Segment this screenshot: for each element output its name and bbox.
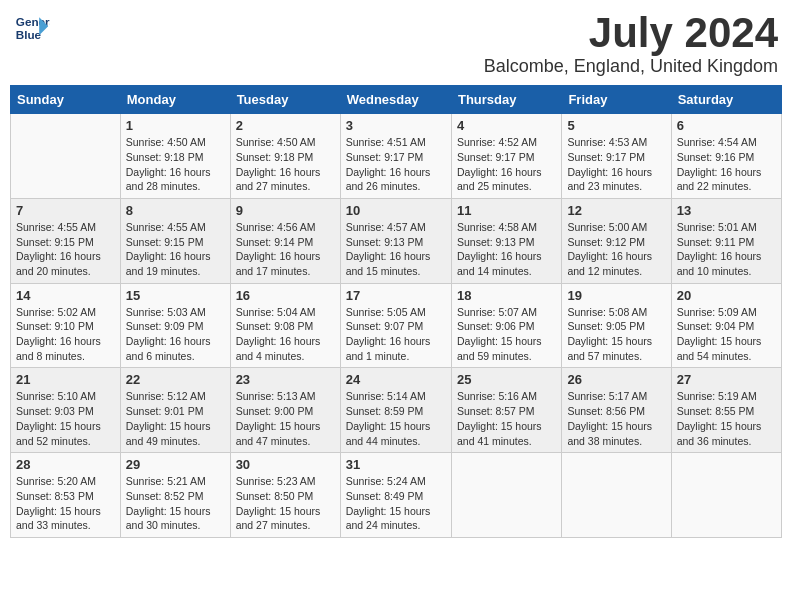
day-number: 23 [236,372,335,387]
day-info: Sunrise: 4:51 AM Sunset: 9:17 PM Dayligh… [346,135,446,194]
day-info: Sunrise: 4:53 AM Sunset: 9:17 PM Dayligh… [567,135,665,194]
week-row-2: 7Sunrise: 4:55 AM Sunset: 9:15 PM Daylig… [11,198,782,283]
day-cell-16: 16Sunrise: 5:04 AM Sunset: 9:08 PM Dayli… [230,283,340,368]
day-info: Sunrise: 4:55 AM Sunset: 9:15 PM Dayligh… [16,220,115,279]
day-cell-23: 23Sunrise: 5:13 AM Sunset: 9:00 PM Dayli… [230,368,340,453]
day-cell-21: 21Sunrise: 5:10 AM Sunset: 9:03 PM Dayli… [11,368,121,453]
day-cell-13: 13Sunrise: 5:01 AM Sunset: 9:11 PM Dayli… [671,198,781,283]
day-info: Sunrise: 5:21 AM Sunset: 8:52 PM Dayligh… [126,474,225,533]
day-info: Sunrise: 5:00 AM Sunset: 9:12 PM Dayligh… [567,220,665,279]
day-number: 27 [677,372,776,387]
day-number: 6 [677,118,776,133]
day-info: Sunrise: 4:57 AM Sunset: 9:13 PM Dayligh… [346,220,446,279]
day-number: 30 [236,457,335,472]
day-number: 24 [346,372,446,387]
day-info: Sunrise: 4:50 AM Sunset: 9:18 PM Dayligh… [126,135,225,194]
day-cell-10: 10Sunrise: 4:57 AM Sunset: 9:13 PM Dayli… [340,198,451,283]
day-number: 3 [346,118,446,133]
day-number: 25 [457,372,556,387]
day-cell-17: 17Sunrise: 5:05 AM Sunset: 9:07 PM Dayli… [340,283,451,368]
day-cell-29: 29Sunrise: 5:21 AM Sunset: 8:52 PM Dayli… [120,453,230,538]
day-info: Sunrise: 4:50 AM Sunset: 9:18 PM Dayligh… [236,135,335,194]
day-cell-22: 22Sunrise: 5:12 AM Sunset: 9:01 PM Dayli… [120,368,230,453]
day-info: Sunrise: 4:58 AM Sunset: 9:13 PM Dayligh… [457,220,556,279]
weekday-header-thursday: Thursday [451,86,561,114]
week-row-1: 1Sunrise: 4:50 AM Sunset: 9:18 PM Daylig… [11,114,782,199]
day-info: Sunrise: 5:19 AM Sunset: 8:55 PM Dayligh… [677,389,776,448]
day-info: Sunrise: 5:23 AM Sunset: 8:50 PM Dayligh… [236,474,335,533]
svg-text:Blue: Blue [16,28,42,41]
day-number: 5 [567,118,665,133]
day-cell-24: 24Sunrise: 5:14 AM Sunset: 8:59 PM Dayli… [340,368,451,453]
logo-icon: General Blue [14,10,50,46]
title-area: July 2024 Balcombe, England, United King… [484,10,778,77]
day-number: 13 [677,203,776,218]
day-cell-8: 8Sunrise: 4:55 AM Sunset: 9:15 PM Daylig… [120,198,230,283]
day-info: Sunrise: 5:10 AM Sunset: 9:03 PM Dayligh… [16,389,115,448]
location-title: Balcombe, England, United Kingdom [484,56,778,77]
day-cell-28: 28Sunrise: 5:20 AM Sunset: 8:53 PM Dayli… [11,453,121,538]
day-info: Sunrise: 5:03 AM Sunset: 9:09 PM Dayligh… [126,305,225,364]
day-number: 8 [126,203,225,218]
day-cell-3: 3Sunrise: 4:51 AM Sunset: 9:17 PM Daylig… [340,114,451,199]
empty-cell [451,453,561,538]
day-number: 19 [567,288,665,303]
day-info: Sunrise: 5:04 AM Sunset: 9:08 PM Dayligh… [236,305,335,364]
day-cell-31: 31Sunrise: 5:24 AM Sunset: 8:49 PM Dayli… [340,453,451,538]
weekday-header-saturday: Saturday [671,86,781,114]
empty-cell [671,453,781,538]
day-info: Sunrise: 5:17 AM Sunset: 8:56 PM Dayligh… [567,389,665,448]
day-info: Sunrise: 5:14 AM Sunset: 8:59 PM Dayligh… [346,389,446,448]
calendar-table: SundayMondayTuesdayWednesdayThursdayFrid… [10,85,782,538]
day-number: 7 [16,203,115,218]
weekday-header-sunday: Sunday [11,86,121,114]
day-info: Sunrise: 5:12 AM Sunset: 9:01 PM Dayligh… [126,389,225,448]
day-info: Sunrise: 5:16 AM Sunset: 8:57 PM Dayligh… [457,389,556,448]
day-cell-6: 6Sunrise: 4:54 AM Sunset: 9:16 PM Daylig… [671,114,781,199]
day-info: Sunrise: 5:01 AM Sunset: 9:11 PM Dayligh… [677,220,776,279]
day-info: Sunrise: 5:24 AM Sunset: 8:49 PM Dayligh… [346,474,446,533]
day-cell-2: 2Sunrise: 4:50 AM Sunset: 9:18 PM Daylig… [230,114,340,199]
day-number: 18 [457,288,556,303]
day-info: Sunrise: 5:20 AM Sunset: 8:53 PM Dayligh… [16,474,115,533]
day-number: 22 [126,372,225,387]
day-cell-27: 27Sunrise: 5:19 AM Sunset: 8:55 PM Dayli… [671,368,781,453]
day-number: 29 [126,457,225,472]
day-cell-1: 1Sunrise: 4:50 AM Sunset: 9:18 PM Daylig… [120,114,230,199]
day-cell-18: 18Sunrise: 5:07 AM Sunset: 9:06 PM Dayli… [451,283,561,368]
day-number: 11 [457,203,556,218]
day-cell-4: 4Sunrise: 4:52 AM Sunset: 9:17 PM Daylig… [451,114,561,199]
day-number: 26 [567,372,665,387]
day-cell-9: 9Sunrise: 4:56 AM Sunset: 9:14 PM Daylig… [230,198,340,283]
weekday-header-row: SundayMondayTuesdayWednesdayThursdayFrid… [11,86,782,114]
day-cell-15: 15Sunrise: 5:03 AM Sunset: 9:09 PM Dayli… [120,283,230,368]
day-cell-26: 26Sunrise: 5:17 AM Sunset: 8:56 PM Dayli… [562,368,671,453]
day-cell-19: 19Sunrise: 5:08 AM Sunset: 9:05 PM Dayli… [562,283,671,368]
day-number: 1 [126,118,225,133]
day-info: Sunrise: 4:52 AM Sunset: 9:17 PM Dayligh… [457,135,556,194]
header: General Blue July 2024 Balcombe, England… [10,10,782,77]
day-info: Sunrise: 5:05 AM Sunset: 9:07 PM Dayligh… [346,305,446,364]
day-cell-20: 20Sunrise: 5:09 AM Sunset: 9:04 PM Dayli… [671,283,781,368]
day-info: Sunrise: 4:56 AM Sunset: 9:14 PM Dayligh… [236,220,335,279]
day-number: 31 [346,457,446,472]
week-row-4: 21Sunrise: 5:10 AM Sunset: 9:03 PM Dayli… [11,368,782,453]
day-cell-12: 12Sunrise: 5:00 AM Sunset: 9:12 PM Dayli… [562,198,671,283]
day-info: Sunrise: 5:08 AM Sunset: 9:05 PM Dayligh… [567,305,665,364]
day-info: Sunrise: 5:09 AM Sunset: 9:04 PM Dayligh… [677,305,776,364]
day-number: 10 [346,203,446,218]
day-number: 4 [457,118,556,133]
day-cell-25: 25Sunrise: 5:16 AM Sunset: 8:57 PM Dayli… [451,368,561,453]
week-row-3: 14Sunrise: 5:02 AM Sunset: 9:10 PM Dayli… [11,283,782,368]
day-cell-7: 7Sunrise: 4:55 AM Sunset: 9:15 PM Daylig… [11,198,121,283]
day-number: 17 [346,288,446,303]
day-info: Sunrise: 4:54 AM Sunset: 9:16 PM Dayligh… [677,135,776,194]
weekday-header-monday: Monday [120,86,230,114]
day-number: 2 [236,118,335,133]
day-number: 9 [236,203,335,218]
day-number: 14 [16,288,115,303]
weekday-header-tuesday: Tuesday [230,86,340,114]
day-number: 16 [236,288,335,303]
empty-cell [562,453,671,538]
day-info: Sunrise: 5:13 AM Sunset: 9:00 PM Dayligh… [236,389,335,448]
